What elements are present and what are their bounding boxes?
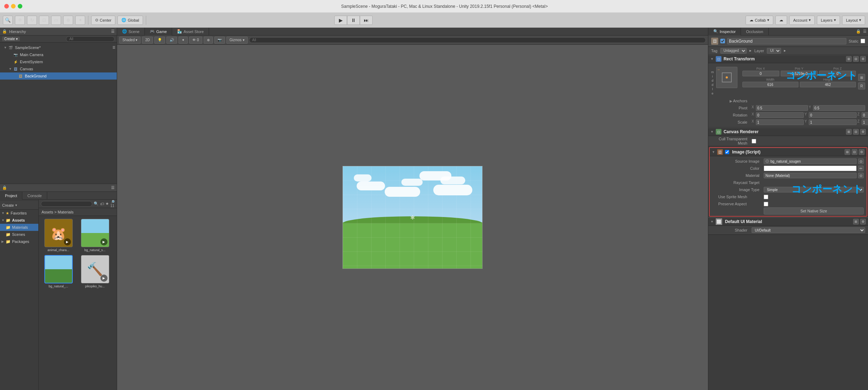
maximize-button[interactable]: [18, 4, 22, 9]
material-select-btn[interactable]: ⊙: [858, 173, 864, 178]
width-input[interactable]: [742, 82, 798, 87]
scale-z-input[interactable]: [862, 119, 868, 125]
asset-item-animal[interactable]: 🐹 ▶ animal_chara...: [42, 219, 75, 252]
close-button[interactable]: [4, 4, 9, 9]
source-image-select-btn[interactable]: ⊙: [858, 158, 864, 164]
camera-btn[interactable]: 📷: [214, 37, 225, 44]
2d-btn[interactable]: 2D: [142, 37, 153, 44]
cr-paste-icon[interactable]: ⊟: [853, 129, 859, 135]
obj-name-input[interactable]: [727, 38, 846, 44]
height-input[interactable]: [800, 82, 856, 87]
tab-occlusion[interactable]: Occlusion: [741, 28, 768, 36]
account-btn[interactable]: Account ▾: [789, 16, 815, 25]
image-enabled-checkbox[interactable]: [725, 150, 729, 154]
rt-paste-icon[interactable]: ⊟: [853, 56, 859, 62]
r-btn[interactable]: R: [858, 82, 865, 90]
layers-btn[interactable]: Layers ▾: [817, 16, 840, 25]
pos-x-input[interactable]: [742, 71, 779, 76]
inspector-lock-icon[interactable]: 🔒: [856, 29, 861, 34]
cr-copy-icon[interactable]: ⊞: [846, 129, 852, 135]
is-copy-icon[interactable]: ⊞: [845, 149, 850, 155]
tab-project[interactable]: Project: [0, 192, 22, 200]
rect-transform-header[interactable]: ▼ ⊡ Rect Transform ⊞ ⊟ ⚙: [708, 55, 868, 63]
rot-x-input[interactable]: [756, 112, 804, 118]
tree-assets[interactable]: ▼ 📁 Assets: [0, 217, 38, 224]
pos-y-input[interactable]: [781, 71, 818, 76]
rt-copy-icon[interactable]: ⊞: [846, 56, 852, 62]
tab-inspector[interactable]: 🔍 Inspector: [708, 28, 741, 36]
cull-checkbox[interactable]: [752, 139, 756, 143]
tree-packages[interactable]: ▶ 📁 Packages: [0, 238, 38, 245]
dm-copy-icon[interactable]: ⊞: [853, 219, 859, 224]
tree-scenes[interactable]: 📁 Scenes: [0, 231, 38, 238]
scene-icon-tab[interactable]: 🌐 Scene: [117, 28, 145, 36]
rect-tool-btn[interactable]: ▭: [51, 16, 61, 25]
asset-item-bg2[interactable]: bg_natural_...: [42, 255, 75, 288]
move-tool-btn[interactable]: ✛: [15, 16, 25, 25]
anchor-diagram[interactable]: ↔: [716, 67, 737, 88]
play-icon2[interactable]: ▶: [100, 238, 108, 245]
preserve-aspect-checkbox[interactable]: [764, 202, 768, 206]
hier-item-background[interactable]: 🖼 BackGround: [0, 72, 117, 80]
image-script-header[interactable]: ▼ 🖼 Image (Script) ⊞ ⊟ ⚙: [710, 148, 867, 156]
hier-item-samplescene[interactable]: ▼ 🎬 SampleScene* ☰: [0, 44, 117, 51]
inspector-menu-icon[interactable]: ☰: [863, 29, 867, 34]
color-edit-btn[interactable]: ✏: [858, 166, 864, 171]
tag-select[interactable]: Untagged: [720, 48, 747, 54]
scale-y-input[interactable]: [809, 119, 857, 125]
pivot-x-input[interactable]: [756, 105, 808, 111]
lighting-btn[interactable]: 💡: [154, 37, 165, 44]
rotate-tool-btn[interactable]: ↻: [27, 16, 37, 25]
hier-item-maincamera[interactable]: 📷 Main Camera: [0, 51, 117, 58]
hierarchy-search-input[interactable]: [66, 36, 115, 42]
anchors-toggle[interactable]: ▶: [730, 99, 732, 103]
scale-x-input[interactable]: [756, 119, 804, 125]
is-menu-icon[interactable]: ⚙: [859, 149, 864, 155]
rt-menu-icon[interactable]: ⚙: [860, 56, 866, 62]
default-material-header[interactable]: ▼ ⬜ Default UI Material ⊞ ⚙: [708, 217, 868, 226]
constraint-icon[interactable]: ⊞: [858, 74, 865, 81]
image-type-select[interactable]: Simple: [764, 187, 864, 193]
scale-tool-btn[interactable]: ⊡: [39, 16, 49, 25]
tree-favorites[interactable]: ▼ ★ Favorites: [0, 210, 38, 217]
scene-view[interactable]: ✱: [117, 45, 708, 390]
hierarchy-menu-icon[interactable]: ☰: [111, 29, 115, 34]
hier-item-eventsystem[interactable]: ⚡ EventSystem: [0, 58, 117, 65]
effects-btn[interactable]: ✦: [178, 37, 188, 44]
rot-y-input[interactable]: [809, 112, 857, 118]
hier-item-canvas[interactable]: ▼ 🖼 Canvas: [0, 65, 117, 72]
tab-console[interactable]: Console: [22, 192, 47, 200]
center-btn[interactable]: ⊙ Center: [91, 16, 115, 25]
custom-tool-btn[interactable]: ✦: [75, 16, 85, 25]
layer-select[interactable]: UI: [767, 48, 781, 54]
is-paste-icon[interactable]: ⊟: [852, 149, 857, 155]
hidden-objects-btn[interactable]: 👁 0: [189, 37, 202, 44]
shading-dropdown[interactable]: Shaded ▾: [119, 37, 141, 44]
audio-btn[interactable]: 🔊: [166, 37, 177, 44]
static-checkbox[interactable]: [861, 39, 865, 43]
pause-button[interactable]: ⏸: [347, 16, 360, 25]
play-icon3[interactable]: ▶: [100, 275, 108, 282]
scene-search-input[interactable]: [249, 37, 706, 43]
transform-tool-btn[interactable]: ⊕: [63, 16, 73, 25]
cloud-btn[interactable]: ☁: [775, 16, 787, 25]
gizmos-btn[interactable]: Gizmos ▾: [226, 37, 248, 44]
use-sprite-mesh-checkbox[interactable]: [764, 195, 768, 199]
tree-materials[interactable]: 📁 Materials: [0, 224, 38, 231]
pivot-y-input[interactable]: [813, 105, 865, 111]
search-tool-btn[interactable]: 🔍: [3, 16, 13, 25]
pos-z-input[interactable]: [819, 71, 856, 76]
dm-menu-icon[interactable]: ⚙: [860, 219, 866, 224]
step-button[interactable]: ⏭: [360, 16, 373, 25]
global-btn[interactable]: 🌐 Global: [117, 16, 143, 25]
set-native-size-btn[interactable]: Set Native Size: [764, 207, 864, 215]
scene-vis-btn[interactable]: ⊕: [204, 37, 213, 44]
play-icon[interactable]: ▶: [64, 238, 71, 245]
shader-select[interactable]: UI/Default: [752, 227, 865, 233]
play-button[interactable]: ▶: [334, 16, 347, 25]
hierarchy-create-btn[interactable]: Create ▾: [2, 37, 20, 41]
color-swatch[interactable]: [764, 166, 857, 171]
asset-store-tab[interactable]: 🏪 Asset Store: [172, 28, 209, 36]
obj-active-checkbox[interactable]: [720, 39, 725, 43]
create-label[interactable]: Create: [2, 203, 14, 207]
